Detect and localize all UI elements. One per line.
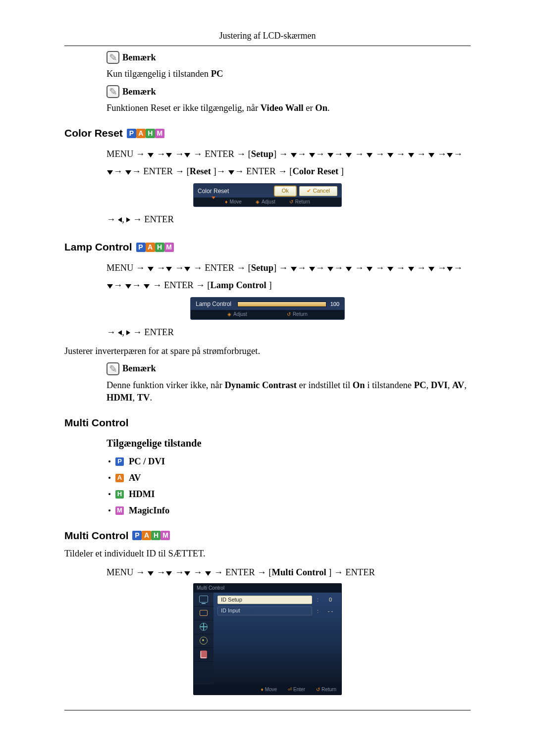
osd-side-icons	[194, 593, 214, 685]
osd-color-reset-title: Color Reset	[198, 187, 229, 195]
note-2: ✎ Bemærk	[107, 85, 471, 98]
osd-lamp-title: Lamp Control	[196, 300, 231, 308]
badge-h-icon: H	[115, 490, 124, 499]
side-icon-tv[interactable]	[194, 593, 214, 606]
list-item: M MagicInfo	[107, 504, 471, 517]
osd-lamp-value: 100	[330, 301, 339, 308]
nav-enter-line-2: → , → ENTER	[107, 324, 471, 341]
badge-a-icon: A	[142, 531, 151, 540]
badge-m-icon: M	[115, 506, 124, 515]
badge-h-icon: H	[146, 129, 155, 138]
note-1: ✎ Bemærk	[107, 51, 471, 64]
heading-color-reset: Color Reset P A H M	[64, 126, 471, 140]
osd-multi-hints: ♦Move ⏎Enter ↺Return	[194, 685, 341, 695]
multi-control-desc: Tildeler et individuelt ID til SÆTTET.	[64, 548, 471, 560]
badge-h-icon: H	[155, 243, 164, 252]
nav-path-lamp: MENU → → → → ENTER → [Setup] → → → → → →…	[107, 259, 471, 294]
osd-multi-control: Multi Control ID Setup : 0 ID Input : - …	[193, 583, 342, 695]
osd-color-reset-hints: ♦Move ◈Adjust ↺Return	[194, 198, 341, 207]
note-1-text: Kun tilgængelig i tilstanden PC	[107, 68, 471, 80]
osd-lamp-slider[interactable]	[237, 302, 326, 307]
heading-multi-control: Multi Control	[64, 416, 471, 430]
side-icon-settings[interactable]	[194, 634, 214, 648]
badge-p-icon: P	[136, 243, 146, 252]
footer-rule	[64, 710, 471, 710]
badge-h-icon: H	[151, 531, 160, 540]
osd-row-id-input[interactable]: ID Input : - -	[217, 606, 337, 615]
heading-lamp-control: Lamp Control P A H M	[64, 240, 471, 254]
osd-lamp-control: Lamp Control 100 ◈Adjust ↺Return	[190, 297, 345, 320]
heading-available-modes: Tilgængelige tilstande	[107, 437, 471, 451]
badge-m-icon: M	[160, 531, 170, 540]
note-label: Bemærk	[122, 86, 156, 98]
note-icon: ✎	[107, 362, 119, 375]
note-icon: ✎	[107, 51, 119, 64]
note-label: Bemærk	[122, 51, 156, 64]
list-item: H HDMI	[107, 488, 471, 501]
lamp-description: Justerer inverterpæren for at spare på s…	[64, 345, 471, 357]
mode-badges: P A H M	[136, 243, 174, 252]
note-3-text: Denne funktion virker ikke, når Dynamic …	[107, 379, 471, 404]
badge-p-icon: P	[127, 129, 136, 138]
page-header: Justering af LCD-skærmen	[64, 30, 471, 46]
osd-cancel-button[interactable]: ✔Cancel	[299, 186, 337, 196]
osd-ok-button[interactable]: Ok	[274, 186, 296, 196]
osd-row-id-setup[interactable]: ID Setup : 0	[217, 596, 337, 605]
note-3: ✎ Bemærk	[107, 362, 471, 375]
badge-a-icon: A	[136, 129, 146, 138]
osd-color-reset: Color Reset Ok ✔Cancel ♦Move ◈Adjust ↺Re…	[193, 183, 342, 207]
badge-a-icon: A	[146, 243, 155, 252]
osd-multi-title: Multi Control	[194, 584, 341, 593]
list-item: A AV	[107, 472, 471, 484]
nav-enter-line-1: → , → ENTER	[107, 211, 471, 228]
modes-list: P PC / DVI A AV H HDMI M MagicInfo	[107, 455, 471, 517]
side-icon-network[interactable]	[194, 620, 214, 634]
osd-lamp-hints: ◈Adjust ↺Return	[191, 310, 344, 319]
heading-multi-control-2: Multi Control P A H M	[64, 529, 471, 543]
list-item: P PC / DVI	[107, 455, 471, 468]
nav-path-color-reset: MENU → → → → ENTER → [Setup] → → → → → →…	[107, 146, 471, 180]
side-icon-magicinfo[interactable]	[194, 648, 214, 662]
note-2-text: Funktionen Reset er ikke tilgængelig, nå…	[107, 102, 471, 114]
badge-m-icon: M	[155, 129, 164, 138]
mode-badges: P A H M	[132, 531, 170, 540]
note-label: Bemærk	[122, 362, 156, 375]
note-icon: ✎	[107, 85, 119, 98]
side-icon-input[interactable]	[194, 606, 214, 620]
badge-p-icon: P	[115, 457, 124, 466]
mode-badges: P A H M	[127, 129, 164, 138]
badge-a-icon: A	[115, 474, 124, 482]
nav-path-multi: MENU → → → → → ENTER → [Multi Control ] …	[107, 564, 471, 581]
badge-p-icon: P	[132, 531, 142, 540]
badge-m-icon: M	[164, 243, 174, 252]
